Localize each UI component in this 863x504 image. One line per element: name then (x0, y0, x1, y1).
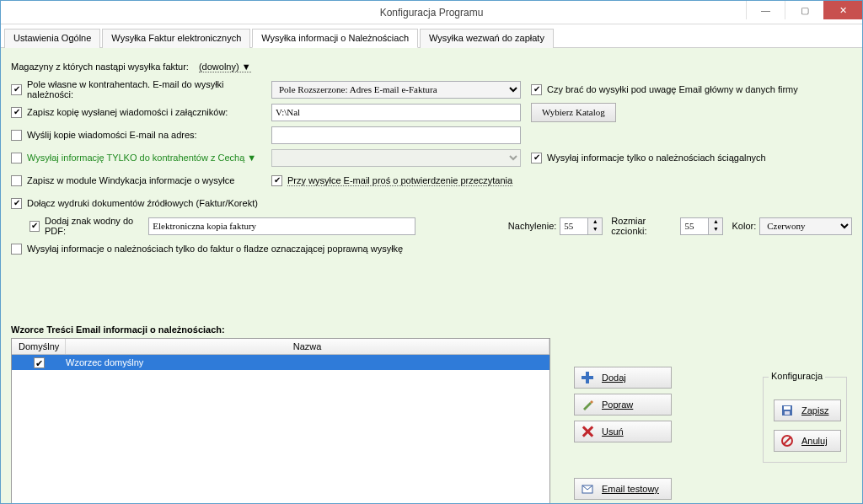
dodaj-znak-label: Dodaj znak wodny do PDF: (45, 216, 148, 236)
tab-wysylka-faktur[interactable]: Wysyłka Faktur elektronicznych (102, 29, 250, 48)
usun-label: Usuń (602, 426, 624, 437)
svg-rect-5 (785, 411, 790, 415)
rozmiar-up[interactable]: ▲ (709, 218, 722, 226)
magazyny-label: Magazyny z których nastąpi wysyłka faktu… (11, 62, 189, 72)
row0-default-check[interactable]: ✔ (12, 357, 66, 368)
col-nazwa[interactable]: Nazwa (66, 339, 549, 354)
x-icon (582, 426, 593, 437)
maximize-button[interactable]: ▢ (785, 1, 823, 19)
rozmiar-input[interactable] (680, 217, 709, 235)
zapisz-kopie-input[interactable] (271, 104, 521, 121)
envelope-icon (582, 483, 593, 495)
wzorce-title: Wzorce Treści Email informacji o należno… (11, 324, 852, 335)
tylko-cecha-checkbox[interactable] (11, 153, 22, 164)
templates-grid[interactable]: Domyślny Nazwa ✔ Wzorzec domyślny (11, 338, 550, 503)
svg-line-7 (784, 437, 791, 444)
email-testowy-label: Email testowy (602, 484, 659, 494)
anuluj-label: Anuluj (801, 436, 828, 446)
zapisz-windykacja-checkbox[interactable] (11, 175, 22, 186)
grid-header: Domyślny Nazwa (12, 339, 549, 355)
zapisz-kopie-label: Zapisz kopię wysłanej wiadomości i załąc… (27, 107, 263, 117)
tylko-cecha-label[interactable]: Wysyłaj informację TYLKO do kontrahentów… (27, 153, 263, 163)
kolor-label: Kolor: (732, 221, 756, 231)
tab-wysylka-naleznosci[interactable]: Wysyłka informacji o Należnościach (252, 29, 418, 48)
cancel-icon (781, 435, 793, 447)
col-domyslny[interactable]: Domyślny (12, 339, 66, 354)
zapisz-button[interactable]: Zapisz (774, 399, 841, 421)
sciagalnych-checkbox[interactable]: ✔ (531, 153, 542, 164)
dolacz-wydruki-checkbox[interactable]: ✔ (11, 198, 22, 209)
wysylaj-flaga-checkbox[interactable] (11, 244, 22, 255)
close-button[interactable]: ✕ (823, 1, 862, 19)
rozmiar-down[interactable]: ▼ (709, 226, 722, 233)
window-title: Konfiguracja Programu (1, 7, 862, 19)
titlebar: Konfiguracja Programu — ▢ ✕ (1, 1, 862, 24)
wyslij-kopie-checkbox[interactable] (11, 130, 22, 141)
save-icon (781, 405, 793, 416)
wyslij-kopie-label: Wyślij kopie wiadomości E-mail na adres: (27, 130, 263, 140)
magazyny-dropdown[interactable]: (dowolny) ▼ (199, 62, 251, 72)
rozmiar-spinner[interactable]: ▲▼ (680, 217, 723, 235)
czy-brac-checkbox[interactable]: ✔ (531, 84, 542, 95)
tab-wysylka-wezwan[interactable]: Wysyłka wezwań do zapłaty (420, 29, 554, 48)
czy-brac-label: Czy brać do wysyłki pod uwagę Email głów… (547, 84, 798, 94)
zapisz-label: Zapisz (801, 405, 828, 416)
przy-wysylce-checkbox[interactable]: ✔ (271, 175, 282, 186)
popraw-label: Popraw (602, 399, 633, 410)
popraw-button[interactable]: Popraw (574, 394, 672, 416)
cecha-select (271, 149, 521, 167)
tabstrip: Ustawienia Ogólne Wysyłka Faktur elektro… (1, 24, 862, 48)
nachylenie-label: Nachylenie: (508, 221, 556, 231)
wyslij-kopie-input[interactable] (271, 126, 521, 144)
nachylenie-input[interactable] (560, 217, 588, 235)
kolor-select[interactable]: Czerwony (759, 217, 852, 235)
dodaj-button[interactable]: Dodaj (574, 367, 672, 389)
dodaj-label: Dodaj (602, 373, 626, 383)
anuluj-button[interactable]: Anuluj (774, 430, 841, 452)
nachylenie-up[interactable]: ▲ (588, 218, 602, 226)
pencil-icon (582, 399, 593, 410)
tab-content: Magazyny z których nastąpi wysyłka faktu… (1, 48, 862, 503)
email-testowy-button[interactable]: Email testowy (574, 478, 672, 500)
minimize-button[interactable]: — (746, 1, 785, 19)
window-buttons: — ▢ ✕ (746, 1, 862, 19)
nachylenie-down[interactable]: ▼ (588, 226, 602, 233)
nachylenie-spinner[interactable]: ▲▼ (560, 217, 603, 235)
znak-wodny-input[interactable] (148, 217, 415, 235)
dolacz-wydruki-label: Dołącz wydruki dokumentów źródłowych (Fa… (27, 198, 258, 208)
grid-row-0[interactable]: ✔ Wzorzec domyślny (12, 355, 549, 370)
zapisz-kopie-checkbox[interactable]: ✔ (11, 107, 22, 118)
svg-rect-4 (784, 406, 791, 410)
wysylaj-flaga-label: Wysyłaj informacje o należnościach tylko… (27, 244, 403, 254)
przy-wysylce-label: Przy wysyłce E-mail proś o potwierdzenie… (287, 175, 512, 186)
usun-button[interactable]: Usuń (574, 421, 672, 442)
sciagalnych-label: Wysyłaj informacje tylko o należnościach… (547, 153, 766, 163)
row0-name: Wzorzec domyślny (66, 357, 143, 367)
wybierz-katalog-button[interactable]: Wybierz Katalog (531, 103, 616, 122)
pole-wlasne-label: Pole własne w kontrahentach. E-mail do w… (27, 79, 263, 99)
dodaj-znak-checkbox[interactable]: ✔ (29, 221, 40, 232)
tab-ustawienia-ogolne[interactable]: Ustawienia Ogólne (4, 29, 100, 48)
zapisz-windykacja-label: Zapisz w module Windykacja informacje o … (27, 175, 263, 185)
config-panel: Konfiguracja Zapisz Anuluj (763, 377, 847, 463)
config-window: Konfiguracja Programu — ▢ ✕ Ustawienia O… (0, 0, 863, 504)
config-legend: Konfiguracja (769, 371, 825, 381)
pole-wlasne-checkbox[interactable]: ✔ (11, 84, 22, 95)
plus-icon (582, 372, 593, 383)
pole-rozszerzone-select[interactable]: Pole Rozszerzone: Adres E-mail e-Faktura (271, 81, 521, 99)
rozmiar-label: Rozmiar czcionki: (611, 216, 677, 236)
